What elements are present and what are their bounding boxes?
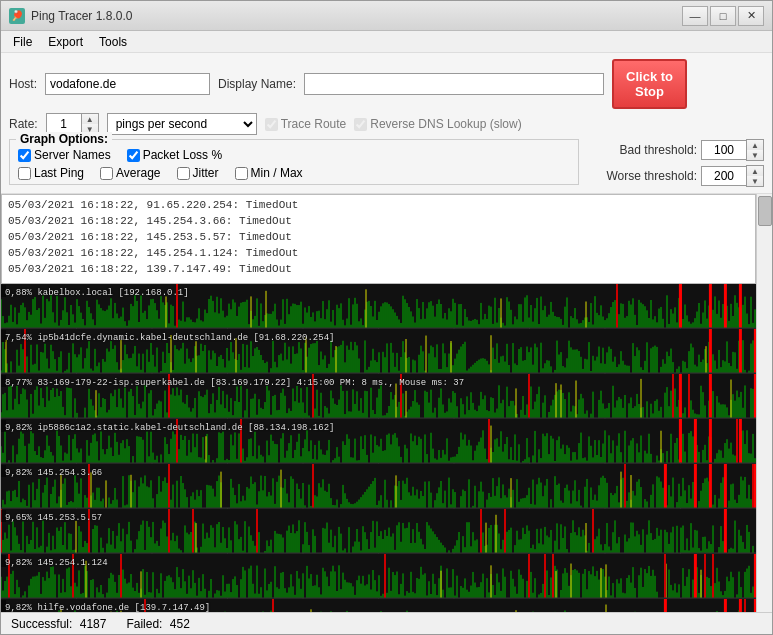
worse-threshold-up-button[interactable]: ▲	[747, 166, 763, 176]
display-name-input[interactable]	[304, 73, 604, 95]
bad-threshold-down-button[interactable]: ▼	[747, 150, 763, 160]
jitter-checkbox-label[interactable]: Jitter	[177, 166, 219, 180]
title-bar: 🏓 Ping Tracer 1.8.0.0 — □ ✕	[1, 1, 772, 31]
graph-canvas	[1, 284, 756, 612]
log-line: 05/03/2021 16:18:22, 91.65.220.254: Time…	[8, 197, 749, 213]
log-and-graph: 05/03/2021 16:18:22, 91.65.220.254: Time…	[1, 194, 756, 612]
host-input[interactable]	[45, 73, 210, 95]
worse-threshold-input[interactable]	[701, 166, 746, 186]
server-names-checkbox[interactable]	[18, 149, 31, 162]
status-bar: Successful: 4187 Failed: 452	[1, 612, 772, 634]
rate-unit-select[interactable]: pings per second pings per minute	[107, 113, 257, 135]
failed-label: Failed:	[126, 617, 162, 631]
window-title: Ping Tracer 1.8.0.0	[31, 9, 132, 23]
packet-loss-checkbox[interactable]	[127, 149, 140, 162]
jitter-checkbox[interactable]	[177, 167, 190, 180]
worse-threshold-label: Worse threshold:	[587, 169, 697, 183]
stop-button[interactable]: Click toStop	[612, 59, 687, 109]
jitter-label: Jitter	[193, 166, 219, 180]
toolbar-row-2: Rate: ▲ ▼ pings per second pings per min…	[9, 113, 764, 135]
log-line: 05/03/2021 16:18:22, 145.254.1.124: Time…	[8, 245, 749, 261]
min-max-checkbox-label[interactable]: Min / Max	[235, 166, 303, 180]
trace-route-checkbox-label[interactable]: Trace Route	[265, 117, 347, 131]
last-ping-label: Last Ping	[34, 166, 84, 180]
log-line: 05/03/2021 16:18:22, 145.254.3.66: Timed…	[8, 213, 749, 229]
log-area[interactable]: 05/03/2021 16:18:22, 91.65.220.254: Time…	[1, 194, 756, 284]
bad-threshold-spinner: ▲ ▼	[701, 139, 764, 161]
close-button[interactable]: ✕	[738, 6, 764, 26]
log-line: 05/03/2021 16:18:22, 139.7.147.49: Timed…	[8, 261, 749, 277]
worse-threshold-spinner-buttons: ▲ ▼	[746, 165, 764, 187]
main-content: 05/03/2021 16:18:22, 91.65.220.254: Time…	[1, 194, 772, 612]
host-label: Host:	[9, 77, 37, 91]
thresholds: Bad threshold: ▲ ▼ Worse threshold:	[587, 139, 764, 187]
menu-bar: File Export Tools	[1, 31, 772, 53]
trace-route-checkbox[interactable]	[265, 118, 278, 131]
last-ping-checkbox-label[interactable]: Last Ping	[18, 166, 84, 180]
successful-status: Successful: 4187	[11, 617, 106, 631]
toolbar: Host: Display Name: Click toStop Rate: ▲…	[1, 53, 772, 194]
menu-tools[interactable]: Tools	[91, 33, 135, 51]
bad-threshold-input[interactable]	[701, 140, 746, 160]
server-names-checkbox-label[interactable]: Server Names	[18, 148, 111, 162]
min-max-checkbox[interactable]	[235, 167, 248, 180]
rate-label: Rate:	[9, 117, 38, 131]
failed-value: 452	[170, 617, 190, 631]
log-line: 05/03/2021 16:18:22, 145.253.5.57: Timed…	[8, 229, 749, 245]
reverse-dns-checkbox-label[interactable]: Reverse DNS Lookup (slow)	[354, 117, 521, 131]
graph-options-legend: Graph Options:	[16, 132, 112, 146]
toolbar-row-3: Graph Options: Server Names Packet Loss …	[9, 139, 764, 187]
server-names-label: Server Names	[34, 148, 111, 162]
worse-threshold-spinner: ▲ ▼	[701, 165, 764, 187]
worse-threshold-down-button[interactable]: ▼	[747, 176, 763, 186]
packet-loss-label: Packet Loss %	[143, 148, 222, 162]
average-checkbox-label[interactable]: Average	[100, 166, 160, 180]
app-icon: 🏓	[9, 8, 25, 24]
last-ping-checkbox[interactable]	[18, 167, 31, 180]
trace-route-label: Trace Route	[281, 117, 347, 131]
packet-loss-checkbox-label[interactable]: Packet Loss %	[127, 148, 222, 162]
average-checkbox[interactable]	[100, 167, 113, 180]
menu-file[interactable]: File	[5, 33, 40, 51]
minimize-button[interactable]: —	[682, 6, 708, 26]
bad-threshold-label: Bad threshold:	[587, 143, 697, 157]
title-buttons: — □ ✕	[682, 6, 764, 26]
bad-threshold-spinner-buttons: ▲ ▼	[746, 139, 764, 161]
scrollbar[interactable]	[756, 194, 772, 612]
average-label: Average	[116, 166, 160, 180]
bad-threshold-up-button[interactable]: ▲	[747, 140, 763, 150]
maximize-button[interactable]: □	[710, 6, 736, 26]
title-bar-left: 🏓 Ping Tracer 1.8.0.0	[9, 8, 132, 24]
bad-threshold-row: Bad threshold: ▲ ▼	[587, 139, 764, 161]
reverse-dns-label: Reverse DNS Lookup (slow)	[370, 117, 521, 131]
worse-threshold-row: Worse threshold: ▲ ▼	[587, 165, 764, 187]
successful-label: Successful:	[11, 617, 72, 631]
graph-area	[1, 284, 756, 612]
min-max-label: Min / Max	[251, 166, 303, 180]
main-window: 🏓 Ping Tracer 1.8.0.0 — □ ✕ File Export …	[0, 0, 773, 635]
menu-export[interactable]: Export	[40, 33, 91, 51]
successful-value: 4187	[80, 617, 107, 631]
reverse-dns-checkbox[interactable]	[354, 118, 367, 131]
graph-options-group: Graph Options: Server Names Packet Loss …	[9, 139, 579, 185]
rate-up-button[interactable]: ▲	[82, 114, 98, 124]
failed-status: Failed: 452	[126, 617, 189, 631]
display-name-label: Display Name:	[218, 77, 296, 91]
toolbar-row-1: Host: Display Name: Click toStop	[9, 59, 764, 109]
